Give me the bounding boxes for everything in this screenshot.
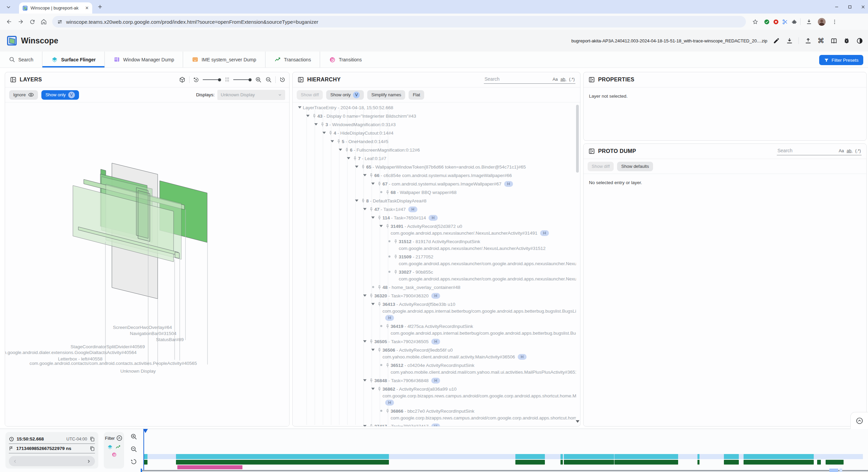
copy-icon[interactable] [90, 436, 95, 442]
pin-icon[interactable] [335, 138, 342, 144]
download-trace-icon[interactable] [786, 37, 793, 44]
pin-icon[interactable] [376, 181, 382, 186]
expand-arrow-icon[interactable] [297, 104, 303, 109]
pin-icon[interactable] [327, 130, 334, 135]
expand-arrow-icon[interactable] [362, 377, 368, 381]
tree-node-36320[interactable]: 36320 - Task=7900#36320H [293, 292, 576, 300]
rotation-icon[interactable] [193, 77, 199, 83]
tree-node-67[interactable]: 67 - com.android.systemui.wallpapers.Ima… [293, 180, 576, 188]
extension-check-icon[interactable] [764, 19, 770, 25]
regex-icon[interactable]: (.*) [569, 77, 575, 82]
pin-icon[interactable] [384, 323, 391, 329]
pin-icon[interactable] [392, 238, 399, 244]
tree-node-31512[interactable]: 31512 - 81917d ActivityRecordInputSink c… [293, 237, 576, 253]
pin-icon[interactable] [376, 386, 382, 391]
tree-node-65[interactable]: 65 - WallpaperWindowToken{87b6d66 token=… [293, 163, 576, 171]
expand-arrow-icon[interactable] [305, 113, 311, 117]
forward-icon[interactable] [15, 16, 26, 27]
prev-entry-icon[interactable] [13, 459, 17, 464]
transactions-segment[interactable] [176, 460, 389, 465]
pin-icon[interactable] [368, 293, 374, 298]
spacing-slider[interactable] [233, 78, 252, 81]
timeline-canvas[interactable] [142, 429, 868, 472]
tree-node-36848[interactable]: 36848 - Task=7906#36848H [293, 376, 576, 385]
transactions-segment[interactable] [817, 460, 821, 465]
tree-node-31509[interactable]: 31509 - 2177052 com.google.android.apps.… [293, 253, 576, 268]
scroll-down-icon[interactable] [576, 420, 579, 423]
surface-flinger-segment[interactable] [744, 454, 814, 459]
surface-flinger-segment[interactable] [614, 454, 678, 459]
zoom-out-icon[interactable] [130, 446, 137, 453]
tree-node-5[interactable]: 5 - OneHanded:0:14#5 [293, 137, 576, 146]
expand-arrow-icon[interactable] [370, 215, 376, 219]
show-only-chip[interactable]: Show only V [41, 90, 79, 100]
minimize-icon[interactable] [834, 5, 839, 9]
tune-icon[interactable] [57, 19, 63, 25]
zoom-in-icon[interactable] [255, 76, 262, 83]
docs-icon[interactable] [830, 37, 837, 44]
tree-node-36866[interactable]: 36866 - bbc27e0 ActivityRecordInputSink … [293, 407, 576, 422]
collapse-panel-icon[interactable] [588, 76, 595, 83]
expand-arrow-icon[interactable] [313, 121, 319, 125]
reset-view-icon[interactable] [279, 76, 286, 83]
transitions-icon[interactable] [111, 452, 117, 457]
tree-node-68[interactable]: 68 - Wallpaper BBQ wrapper#68 [293, 188, 576, 197]
tree-node-37417[interactable]: 37417 - Task=7907#37417H [293, 422, 576, 426]
tree-node-33027[interactable]: 33027 - 90b855c com.google.android.apps.… [293, 268, 576, 283]
transactions-segment[interactable] [697, 460, 699, 465]
expand-arrow-icon[interactable] [370, 181, 376, 185]
filter-presets-button[interactable]: Filter Presets [819, 55, 863, 65]
match-case-icon[interactable]: Aa [553, 77, 558, 82]
tree-node-8[interactable]: 8 - DefaultTaskDisplayArea#8 [293, 197, 576, 205]
tree-node-47[interactable]: 47 - Task=1#47H [293, 205, 576, 214]
tree-node-36512[interactable]: 36512 - c04204e ActivityRecordInputSink … [293, 361, 576, 376]
more-vert-icon[interactable] [829, 16, 840, 27]
transactions-segment[interactable] [826, 460, 844, 465]
pin-icon[interactable] [376, 301, 382, 307]
shortcuts-icon[interactable]: ⌘ [817, 37, 825, 44]
scrollbar-thumb[interactable] [576, 105, 579, 173]
expand-arrow-icon[interactable] [370, 301, 376, 305]
pin-icon[interactable] [384, 189, 391, 195]
surface-flinger-segment[interactable] [560, 454, 563, 459]
zoom-in-icon[interactable] [130, 433, 137, 440]
pin-icon[interactable] [376, 284, 382, 290]
collapse-filter-icon[interactable] [116, 435, 123, 441]
tree-node-36413[interactable]: 36413 - ActivityRecord{f5be33b u10 com.g… [293, 300, 576, 322]
tab-window-manager-dump[interactable]: Window Manager Dump [104, 52, 183, 67]
timeline-scrollbar[interactable] [142, 470, 868, 471]
ignore-chip[interactable]: Ignore [9, 90, 38, 100]
hierarchy-scrollbar[interactable] [576, 104, 579, 419]
collapse-panel-icon[interactable] [297, 76, 304, 83]
tree-node-36506[interactable]: 36506 - ActivityRecord{9edb56f u0 com.ya… [293, 346, 576, 361]
new-tab-icon[interactable] [97, 4, 103, 10]
transactions-track[interactable] [144, 460, 863, 465]
scissors-icon[interactable] [782, 19, 788, 25]
expand-arrow-icon[interactable] [362, 172, 368, 176]
pin-icon[interactable] [360, 198, 366, 203]
pin-icon[interactable] [368, 338, 374, 344]
pin-icon[interactable] [368, 423, 374, 426]
tree-node-36862[interactable]: 36862 - ActivityRecord{a836a99 u10 com.g… [293, 385, 576, 407]
tree-node-48[interactable]: 48 - home_task_overlay_container#48 [293, 283, 576, 292]
home-icon[interactable] [38, 16, 50, 27]
tree-node-31491[interactable]: 31491 - ActivityRecord{52d3872 u0 com.go… [293, 222, 576, 237]
tab-search-chevron-icon[interactable] [5, 3, 12, 11]
surface-flinger-icon[interactable] [107, 444, 113, 450]
back-icon[interactable] [3, 16, 15, 27]
transactions-segment[interactable] [144, 460, 147, 465]
tree-node-3[interactable]: 3 - WindowedMagnification:0:31#3 [293, 120, 576, 129]
tree-node-36505[interactable]: 36505 - Task=7902#36505H [293, 337, 576, 346]
close-icon[interactable]: ✕ [85, 5, 89, 11]
maximize-icon[interactable] [848, 5, 852, 9]
expand-arrow-icon[interactable] [321, 130, 327, 134]
expand-arrow-icon[interactable] [362, 293, 368, 297]
transactions-segment[interactable] [744, 460, 814, 465]
transactions-segment[interactable] [614, 460, 678, 465]
transitions-track[interactable] [144, 465, 863, 469]
pin-icon[interactable] [384, 408, 391, 413]
pin-icon[interactable] [376, 347, 382, 352]
tree-node-43[interactable]: 43 - Display 0 name="Integrierter Bildsc… [293, 112, 576, 120]
expand-arrow-icon[interactable] [362, 423, 368, 426]
transactions-segment[interactable] [564, 460, 614, 465]
